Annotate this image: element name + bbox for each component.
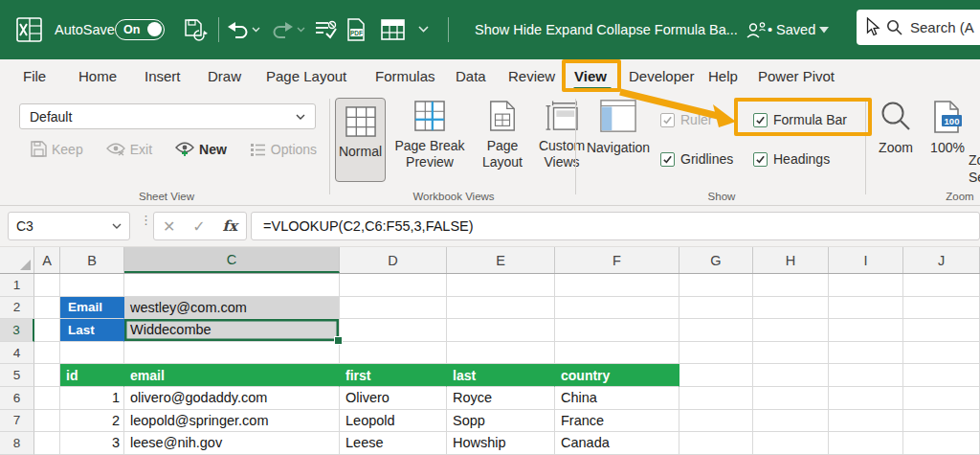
cell-H3[interactable] [753, 319, 829, 342]
cell-C7[interactable]: leopold@springer.com [124, 410, 340, 433]
normal-view-button[interactable]: Normal [335, 98, 386, 182]
search-box[interactable]: Search (A [857, 10, 980, 45]
cell-C1[interactable] [124, 274, 340, 297]
cell-G1[interactable] [679, 274, 753, 297]
saved-chevron-icon[interactable] [819, 0, 829, 59]
cell-D3[interactable] [340, 319, 447, 342]
tab-insert[interactable]: Insert [145, 59, 181, 93]
name-box[interactable]: C3 [8, 212, 130, 240]
spelling-check-icon[interactable] [315, 0, 337, 59]
undo-chevron-icon[interactable] [252, 0, 260, 59]
cell-J6[interactable] [903, 387, 980, 410]
cell-F7[interactable]: France [555, 410, 679, 433]
cell-A1[interactable] [34, 274, 60, 297]
tab-review[interactable]: Review [508, 59, 555, 93]
page-layout-button[interactable]: PageLayout [474, 101, 531, 170]
excel-logo-icon[interactable] [16, 0, 42, 59]
cell-E6[interactable]: Royce [447, 387, 555, 410]
cell-J2[interactable] [903, 297, 980, 320]
cell-C6[interactable]: olivero@godaddy.com [124, 387, 340, 410]
cell-J1[interactable] [903, 274, 980, 297]
cell-G7[interactable] [679, 410, 753, 433]
cell-E3[interactable] [447, 319, 555, 342]
zoom-button[interactable]: Zoom [873, 101, 919, 156]
cell-J5[interactable] [903, 364, 980, 387]
cell-G4[interactable] [679, 342, 753, 365]
cell-I5[interactable] [829, 364, 903, 387]
cell-F2[interactable] [555, 297, 679, 320]
row-header-8[interactable]: 8 [0, 432, 34, 455]
tab-formulas[interactable]: Formulas [375, 59, 435, 93]
cell-H1[interactable] [753, 274, 829, 297]
cell-A2[interactable] [34, 297, 60, 320]
column-header-J[interactable]: J [903, 247, 980, 273]
column-header-D[interactable]: D [340, 247, 447, 273]
headings-checkbox[interactable]: Headings [753, 151, 830, 167]
cell-D8[interactable]: Leese [340, 432, 447, 455]
cell-G3[interactable] [679, 319, 753, 342]
cell-C2[interactable]: westley@com.com [124, 297, 340, 320]
cell-B2[interactable]: Email [60, 297, 124, 320]
page-break-preview-button[interactable]: Page BreakPreview [386, 101, 474, 170]
undo-icon[interactable] [228, 0, 249, 59]
row-header-7[interactable]: 7 [0, 410, 34, 433]
tab-file[interactable]: File [23, 59, 46, 93]
cell-J3[interactable] [903, 319, 980, 342]
cell-C5[interactable]: email [124, 364, 340, 387]
cell-H2[interactable] [753, 297, 829, 320]
cell-I8[interactable] [829, 432, 903, 455]
formula-bar-checkbox[interactable]: Formula Bar [753, 112, 847, 127]
cell-E1[interactable] [447, 274, 555, 297]
row-header-1[interactable]: 1 [0, 274, 34, 297]
cell-E5[interactable]: last [447, 364, 555, 387]
cell-G5[interactable] [679, 364, 753, 387]
cell-H5[interactable] [753, 364, 829, 387]
column-header-G[interactable]: G [679, 247, 753, 273]
enter-icon[interactable]: ✓ [192, 217, 205, 236]
column-header-H[interactable]: H [753, 247, 829, 273]
navigation-button[interactable]: Navigation [582, 99, 655, 156]
cell-A8[interactable] [34, 432, 60, 455]
cell-E4[interactable] [447, 342, 555, 365]
cell-B3[interactable]: Last [60, 319, 124, 342]
column-header-C[interactable]: C [124, 247, 340, 273]
cell-A3[interactable] [34, 319, 60, 342]
cell-E2[interactable] [447, 297, 555, 320]
row-header-3[interactable]: 3 [0, 319, 34, 342]
cell-D5[interactable]: first [340, 364, 447, 387]
tab-help[interactable]: Help [708, 59, 738, 93]
autosave-toggle[interactable]: On [115, 19, 165, 40]
column-header-I[interactable]: I [829, 247, 903, 273]
saved-status[interactable]: • Saved [768, 0, 815, 59]
cell-F4[interactable] [555, 342, 679, 365]
cell-I7[interactable] [829, 410, 903, 433]
cell-B6[interactable]: 1 [60, 387, 124, 410]
cell-G8[interactable] [679, 432, 753, 455]
sheet-view-dropdown[interactable]: Default [19, 103, 316, 129]
cell-F6[interactable]: China [555, 387, 679, 410]
save-icon[interactable] [184, 0, 208, 59]
tab-page-layout[interactable]: Page Layout [266, 59, 346, 93]
tab-draw[interactable]: Draw [208, 59, 241, 93]
column-header-E[interactable]: E [447, 247, 555, 273]
cell-B4[interactable] [60, 342, 124, 365]
tab-home[interactable]: Home [78, 59, 117, 93]
row-header-5[interactable]: 5 [0, 364, 34, 387]
column-header-A[interactable]: A [34, 247, 60, 273]
cell-I6[interactable] [829, 387, 903, 410]
cell-I3[interactable] [829, 319, 903, 342]
formula-input[interactable]: =VLOOKUP(C2,C6:F55,3,FALSE) [251, 212, 980, 240]
zoom-100-button[interactable]: 100 100% [925, 101, 969, 156]
cell-E7[interactable]: Sopp [447, 410, 555, 433]
cell-F3[interactable] [555, 319, 679, 342]
cell-J7[interactable] [903, 410, 980, 433]
row-header-6[interactable]: 6 [0, 387, 34, 410]
cell-B7[interactable]: 2 [60, 410, 124, 433]
cell-E8[interactable]: Howship [447, 432, 555, 455]
column-header-B[interactable]: B [60, 247, 124, 273]
new-sheet-view-button[interactable]: New [175, 141, 227, 157]
insert-function-icon[interactable]: fx [223, 217, 237, 235]
cell-H7[interactable] [753, 410, 829, 433]
cell-G2[interactable] [679, 297, 753, 320]
zoom-to-selection-button[interactable]: Zoom to Selection [969, 152, 980, 186]
